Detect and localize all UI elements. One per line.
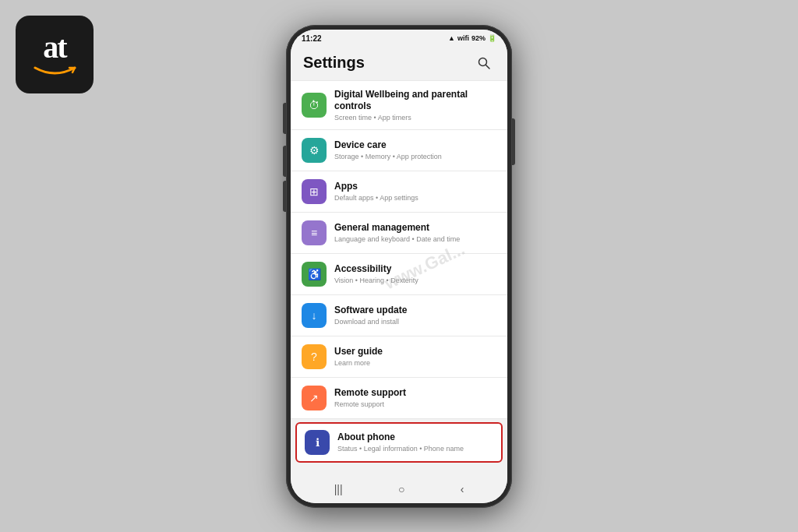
- remote-support-icon: ↗: [302, 386, 327, 410]
- amazon-smile-icon: [34, 65, 76, 77]
- settings-header: Settings: [291, 44, 507, 80]
- settings-item-software-update[interactable]: ↓ Software update Download and install: [291, 295, 507, 336]
- at-text: at: [43, 32, 65, 63]
- software-update-text: Software update Download and install: [334, 305, 496, 326]
- settings-item-general-management[interactable]: ≡ General management Language and keyboa…: [291, 213, 507, 254]
- apps-icon: ⊞: [302, 179, 327, 204]
- battery-text: 92%: [471, 34, 486, 42]
- software-update-icon: ↓: [302, 303, 327, 328]
- device-care-subtitle: Storage • Memory • App protection: [334, 153, 496, 160]
- accessibility-text: Accessibility Vision • Hearing • Dexteri…: [334, 263, 496, 284]
- digital-wellbeing-text: Digital Wellbeing and parental controls …: [334, 89, 496, 122]
- digital-wellbeing-icon: ⏱: [302, 93, 327, 118]
- settings-item-device-care[interactable]: ⚙ Device care Storage • Memory • App pro…: [291, 130, 507, 171]
- settings-item-apps[interactable]: ⊞ Apps Default apps • App settings: [291, 171, 507, 213]
- search-icon: [478, 57, 490, 69]
- accessibility-title: Accessibility: [334, 263, 496, 276]
- remote-support-title: Remote support: [334, 387, 496, 400]
- back-button[interactable]: ‹: [451, 480, 474, 499]
- device-care-icon: ⚙: [302, 138, 327, 163]
- user-guide-subtitle: Learn more: [334, 359, 496, 367]
- general-management-text: General management Language and keyboard…: [334, 222, 496, 243]
- about-phone-title: About phone: [337, 432, 493, 444]
- settings-item-remote-support[interactable]: ↗ Remote support Remote support: [291, 378, 507, 419]
- signal-icon: ▲: [448, 34, 455, 42]
- svg-line-1: [486, 65, 490, 69]
- digital-wellbeing-title: Digital Wellbeing and parental controls: [334, 89, 496, 113]
- settings-item-about-phone[interactable]: ℹ About phone Status • Legal information…: [295, 422, 503, 463]
- about-phone-icon: ℹ: [305, 430, 330, 455]
- phone-frame: 11:22 ▲ wifi 92% 🔋 Settings: [286, 25, 512, 508]
- settings-item-digital-wellbeing[interactable]: ⏱ Digital Wellbeing and parental control…: [291, 80, 507, 130]
- remote-support-text: Remote support Remote support: [334, 387, 496, 408]
- status-icons: ▲ wifi 92% 🔋: [448, 34, 496, 42]
- battery-icon: 🔋: [488, 34, 496, 42]
- home-button[interactable]: ○: [389, 480, 414, 499]
- wifi-icon: wifi: [457, 34, 469, 42]
- digital-wellbeing-subtitle: Screen time • App timers: [334, 114, 496, 122]
- accessibility-icon: ♿: [302, 262, 327, 287]
- user-guide-text: User guide Learn more: [334, 346, 496, 367]
- status-time: 11:22: [302, 34, 322, 43]
- settings-screen: Settings ⏱ Digital Wellbeing and parenta…: [291, 44, 507, 475]
- apps-text: Apps Default apps • App settings: [334, 181, 496, 202]
- apps-subtitle: Default apps • App settings: [334, 194, 496, 202]
- user-guide-icon: ?: [302, 344, 327, 369]
- about-phone-subtitle: Status • Legal information • Phone name: [337, 445, 493, 453]
- settings-title: Settings: [303, 54, 365, 72]
- settings-search-button[interactable]: [473, 52, 495, 74]
- general-management-icon: ≡: [302, 220, 327, 245]
- settings-list: ⏱ Digital Wellbeing and parental control…: [291, 80, 507, 472]
- nav-bar: ||| ○ ‹: [291, 475, 507, 503]
- user-guide-title: User guide: [334, 346, 496, 358]
- about-phone-text: About phone Status • Legal information •…: [337, 432, 493, 453]
- apps-title: Apps: [334, 181, 496, 193]
- general-management-title: General management: [334, 222, 496, 234]
- accessibility-subtitle: Vision • Hearing • Dexterity: [334, 277, 496, 284]
- software-update-title: Software update: [334, 305, 496, 317]
- software-update-subtitle: Download and install: [334, 318, 496, 326]
- device-care-title: Device care: [334, 139, 496, 152]
- settings-item-user-guide[interactable]: ? User guide Learn more: [291, 336, 507, 378]
- status-bar: 11:22 ▲ wifi 92% 🔋: [291, 30, 507, 44]
- phone-screen: 11:22 ▲ wifi 92% 🔋 Settings: [291, 30, 507, 503]
- general-management-subtitle: Language and keyboard • Date and time: [334, 235, 496, 243]
- remote-support-subtitle: Remote support: [334, 400, 496, 408]
- settings-item-accessibility[interactable]: ♿ Accessibility Vision • Hearing • Dexte…: [291, 254, 507, 295]
- amazon-at-logo: at: [16, 16, 94, 93]
- recent-apps-button[interactable]: |||: [325, 480, 352, 499]
- device-care-text: Device care Storage • Memory • App prote…: [334, 139, 496, 160]
